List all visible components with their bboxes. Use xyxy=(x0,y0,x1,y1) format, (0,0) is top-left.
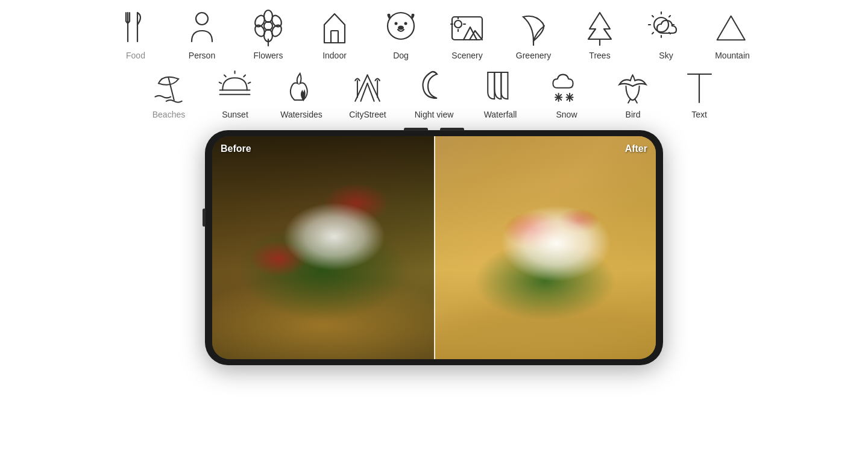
sky-icon xyxy=(648,6,684,48)
greenery-label: Greenery xyxy=(516,51,551,60)
icon-beaches[interactable]: Beaches xyxy=(136,65,202,119)
sky-label: Sky xyxy=(659,51,673,60)
icon-sunset[interactable]: Sunset xyxy=(202,65,268,119)
phone-btn-1 xyxy=(404,128,428,131)
screen-left: Before xyxy=(212,136,434,359)
scenery-icon xyxy=(449,6,485,48)
icon-flowers[interactable]: Flowers xyxy=(235,6,301,60)
indoor-label: Indoor xyxy=(322,51,347,60)
snow-icon xyxy=(549,65,585,107)
citystreet-icon xyxy=(350,65,386,107)
svg-line-39 xyxy=(244,75,245,77)
svg-line-32 xyxy=(652,16,653,17)
icon-waterfall[interactable]: Waterfall xyxy=(467,65,533,119)
snow-label: Snow xyxy=(556,110,577,119)
icon-row-1: Food Person xyxy=(102,6,766,60)
phone-wrapper: Before After xyxy=(0,130,868,365)
sunset-icon xyxy=(217,65,253,107)
after-label: After xyxy=(625,143,647,154)
icon-person[interactable]: Person xyxy=(169,6,235,60)
screen-right: After xyxy=(434,136,656,359)
scenery-label: Scenery xyxy=(451,51,482,60)
icon-row-2: Beaches Sunset xyxy=(136,65,732,119)
bird-icon xyxy=(615,65,651,107)
svg-point-16 xyxy=(395,22,398,25)
svg-point-7 xyxy=(264,10,272,22)
phone-btn-2 xyxy=(440,128,464,131)
screen-divider xyxy=(434,136,435,359)
food-label: Food xyxy=(126,51,145,60)
text-icon xyxy=(681,65,717,107)
trees-label: Trees xyxy=(589,51,610,60)
greenery-icon xyxy=(515,6,552,48)
icon-snow[interactable]: Snow xyxy=(533,65,600,119)
text-label: Text xyxy=(691,110,707,119)
trees-icon xyxy=(582,6,618,48)
svg-line-40 xyxy=(219,83,222,84)
food-visual-right xyxy=(434,136,656,359)
svg-line-35 xyxy=(669,16,670,17)
icon-citystreet[interactable]: CityStreet xyxy=(335,65,401,119)
svg-line-34 xyxy=(652,33,653,34)
nightview-icon xyxy=(416,65,452,107)
bird-label: Bird xyxy=(626,110,641,119)
svg-point-20 xyxy=(454,20,462,28)
beaches-icon xyxy=(151,65,187,107)
icon-dog[interactable]: Dog xyxy=(368,6,434,60)
indoor-icon xyxy=(316,6,353,48)
svg-point-17 xyxy=(404,22,407,25)
icon-indoor[interactable]: Indoor xyxy=(301,6,368,60)
icon-sky[interactable]: Sky xyxy=(633,6,699,60)
icon-food[interactable]: Food xyxy=(102,6,169,60)
icon-mountain[interactable]: Mountain xyxy=(699,6,766,60)
watersides-label: Watersides xyxy=(280,110,322,119)
food-visual-left xyxy=(212,136,434,359)
screen-content: Before After xyxy=(212,136,656,359)
mountain-label: Mountain xyxy=(715,51,750,60)
icon-nightview[interactable]: Night view xyxy=(401,65,467,119)
phone-buttons-top xyxy=(404,128,464,131)
svg-rect-14 xyxy=(331,31,338,43)
svg-line-38 xyxy=(224,75,226,77)
icon-greenery[interactable]: Greenery xyxy=(500,6,567,60)
flowers-icon xyxy=(250,6,286,48)
sunset-label: Sunset xyxy=(222,110,248,119)
dog-label: Dog xyxy=(393,51,409,60)
icon-watersides[interactable]: Watersides xyxy=(268,65,335,119)
food-icon xyxy=(118,6,154,48)
person-icon xyxy=(184,6,220,48)
citystreet-label: CityStreet xyxy=(349,110,386,119)
icon-trees[interactable]: Trees xyxy=(567,6,633,60)
beaches-label: Beaches xyxy=(153,110,185,119)
dog-icon xyxy=(383,6,419,48)
phone-btn-left xyxy=(203,209,206,227)
before-label: Before xyxy=(221,143,251,154)
waterfall-icon xyxy=(482,65,518,107)
phone-screen: Before After xyxy=(212,136,656,359)
waterfall-label: Waterfall xyxy=(484,110,517,119)
watersides-icon xyxy=(283,65,319,107)
mountain-icon xyxy=(714,6,750,48)
icon-bird[interactable]: Bird xyxy=(600,65,666,119)
person-label: Person xyxy=(189,51,215,60)
flowers-label: Flowers xyxy=(253,51,283,60)
svg-line-41 xyxy=(248,83,251,84)
phone-device: Before After xyxy=(205,130,663,365)
svg-point-5 xyxy=(196,13,208,25)
icon-text[interactable]: Text xyxy=(666,65,732,119)
svg-point-18 xyxy=(398,25,404,30)
icon-scenery[interactable]: Scenery xyxy=(434,6,500,60)
nightview-label: Night view xyxy=(415,110,454,119)
